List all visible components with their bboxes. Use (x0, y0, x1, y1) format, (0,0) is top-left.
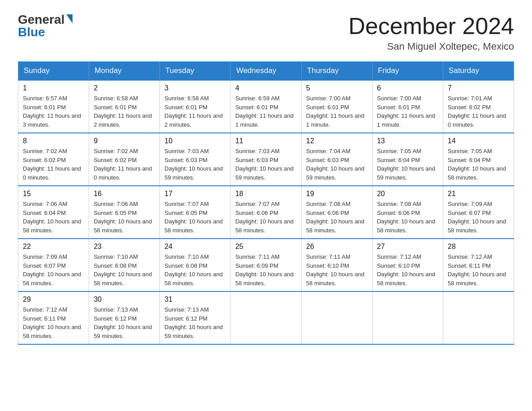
day-number: 19 (306, 190, 368, 198)
sunset-label: Sunset: 6:07 PM (448, 210, 491, 216)
day-number: 21 (448, 190, 509, 198)
day-number: 26 (306, 243, 368, 251)
daylight-label: Daylight: 10 hours and 59 minutes. (164, 165, 223, 181)
daylight-label: Daylight: 11 hours and 0 minutes. (23, 165, 81, 181)
sunrise-label: Sunrise: 6:58 AM (164, 95, 209, 102)
daylight-label: Daylight: 10 hours and 59 minutes. (94, 324, 152, 339)
day-number: 16 (94, 190, 155, 198)
day-info: Sunrise: 7:05 AM Sunset: 6:04 PM Dayligh… (377, 147, 438, 182)
calendar-day-cell (231, 291, 301, 344)
day-info: Sunrise: 7:04 AM Sunset: 6:03 PM Dayligh… (306, 147, 368, 182)
sunrise-label: Sunrise: 7:05 AM (448, 148, 492, 154)
logo-blue: Blue (18, 26, 45, 39)
day-number: 28 (448, 243, 509, 251)
sunrise-label: Sunrise: 7:01 AM (448, 95, 492, 102)
daylight-label: Daylight: 11 hours and 1 minute. (377, 112, 435, 128)
daylight-label: Daylight: 10 hours and 58 minutes. (164, 218, 223, 234)
day-info: Sunrise: 7:10 AM Sunset: 6:08 PM Dayligh… (164, 253, 226, 287)
calendar-day-cell: 26 Sunrise: 7:11 AM Sunset: 6:10 PM Dayl… (301, 239, 372, 291)
day-info: Sunrise: 7:09 AM Sunset: 6:07 PM Dayligh… (23, 253, 84, 287)
sunrise-label: Sunrise: 7:07 AM (235, 201, 279, 207)
day-info: Sunrise: 7:10 AM Sunset: 6:08 PM Dayligh… (94, 253, 155, 287)
calendar-day-cell: 16 Sunrise: 7:06 AM Sunset: 6:05 PM Dayl… (89, 186, 160, 239)
calendar-day-cell: 7 Sunrise: 7:01 AM Sunset: 6:02 PM Dayli… (443, 80, 514, 133)
weekday-header: Saturday (443, 62, 514, 81)
sunrise-label: Sunrise: 7:11 AM (235, 253, 279, 260)
calendar-day-cell: 9 Sunrise: 7:02 AM Sunset: 6:02 PM Dayli… (89, 133, 160, 186)
weekday-header: Tuesday (160, 62, 231, 81)
calendar-day-cell: 25 Sunrise: 7:11 AM Sunset: 6:09 PM Dayl… (231, 239, 301, 291)
day-info: Sunrise: 7:08 AM Sunset: 6:06 PM Dayligh… (306, 200, 368, 235)
calendar-day-cell: 30 Sunrise: 7:13 AM Sunset: 6:12 PM Dayl… (89, 291, 160, 344)
day-info: Sunrise: 7:13 AM Sunset: 6:12 PM Dayligh… (94, 305, 155, 340)
daylight-label: Daylight: 11 hours and 2 minutes. (94, 112, 152, 128)
weekday-header: Thursday (301, 62, 372, 81)
daylight-label: Daylight: 10 hours and 58 minutes. (23, 218, 81, 234)
daylight-label: Daylight: 10 hours and 58 minutes. (448, 271, 506, 287)
calendar-week-row: 15 Sunrise: 7:06 AM Sunset: 6:04 PM Dayl… (18, 186, 514, 239)
day-number: 4 (235, 84, 296, 92)
sunset-label: Sunset: 6:04 PM (377, 157, 420, 163)
calendar-day-cell: 13 Sunrise: 7:05 AM Sunset: 6:04 PM Dayl… (372, 133, 443, 186)
day-number: 12 (306, 137, 368, 145)
sunrise-label: Sunrise: 6:58 AM (94, 95, 138, 102)
calendar-day-cell: 5 Sunrise: 7:00 AM Sunset: 6:01 PM Dayli… (301, 80, 372, 133)
day-info: Sunrise: 7:07 AM Sunset: 6:06 PM Dayligh… (235, 200, 296, 235)
sunrise-label: Sunrise: 7:09 AM (23, 253, 67, 260)
day-info: Sunrise: 7:03 AM Sunset: 6:03 PM Dayligh… (164, 147, 226, 182)
sunset-label: Sunset: 6:10 PM (306, 262, 349, 269)
sunrise-label: Sunrise: 7:07 AM (164, 201, 209, 207)
daylight-label: Daylight: 10 hours and 58 minutes. (94, 271, 152, 287)
day-number: 22 (23, 243, 84, 251)
weekday-header: Sunday (18, 62, 89, 81)
day-info: Sunrise: 7:08 AM Sunset: 6:06 PM Dayligh… (377, 200, 438, 235)
sunrise-label: Sunrise: 7:11 AM (306, 253, 351, 260)
sunset-label: Sunset: 6:05 PM (164, 210, 207, 216)
day-info: Sunrise: 7:12 AM Sunset: 6:11 PM Dayligh… (448, 253, 509, 287)
daylight-label: Daylight: 10 hours and 58 minutes. (94, 218, 152, 234)
sunrise-label: Sunrise: 7:00 AM (377, 95, 421, 102)
sunrise-label: Sunrise: 7:02 AM (23, 148, 67, 154)
weekday-header: Wednesday (231, 62, 301, 81)
daylight-label: Daylight: 10 hours and 58 minutes. (377, 218, 435, 234)
calendar-week-row: 22 Sunrise: 7:09 AM Sunset: 6:07 PM Dayl… (18, 239, 514, 291)
day-info: Sunrise: 7:02 AM Sunset: 6:02 PM Dayligh… (23, 147, 84, 182)
sunset-label: Sunset: 6:09 PM (235, 262, 278, 269)
calendar-day-cell: 29 Sunrise: 7:12 AM Sunset: 6:11 PM Dayl… (18, 291, 89, 344)
sunrise-label: Sunrise: 7:02 AM (94, 148, 138, 154)
sunrise-label: Sunrise: 7:00 AM (306, 95, 351, 102)
day-info: Sunrise: 7:01 AM Sunset: 6:02 PM Dayligh… (448, 94, 509, 129)
sunset-label: Sunset: 6:06 PM (235, 210, 278, 216)
day-number: 18 (235, 190, 296, 198)
sunset-label: Sunset: 6:10 PM (377, 262, 420, 269)
day-number: 6 (377, 84, 438, 92)
sunset-label: Sunset: 6:06 PM (377, 210, 420, 216)
calendar-day-cell: 20 Sunrise: 7:08 AM Sunset: 6:06 PM Dayl… (372, 186, 443, 239)
day-info: Sunrise: 6:57 AM Sunset: 6:01 PM Dayligh… (23, 94, 84, 129)
sunset-label: Sunset: 6:02 PM (94, 157, 137, 163)
sunrise-label: Sunrise: 7:08 AM (377, 201, 421, 207)
calendar-day-cell: 2 Sunrise: 6:58 AM Sunset: 6:01 PM Dayli… (89, 80, 160, 133)
calendar-day-cell: 31 Sunrise: 7:13 AM Sunset: 6:12 PM Dayl… (160, 291, 231, 344)
sunset-label: Sunset: 6:04 PM (23, 210, 66, 216)
calendar-day-cell: 6 Sunrise: 7:00 AM Sunset: 6:01 PM Dayli… (372, 80, 443, 133)
day-number: 1 (23, 84, 84, 92)
calendar-day-cell: 18 Sunrise: 7:07 AM Sunset: 6:06 PM Dayl… (231, 186, 301, 239)
day-info: Sunrise: 7:00 AM Sunset: 6:01 PM Dayligh… (377, 94, 438, 129)
day-number: 23 (94, 243, 155, 251)
sunset-label: Sunset: 6:01 PM (23, 104, 66, 111)
calendar-day-cell (301, 291, 372, 344)
sunset-label: Sunset: 6:03 PM (235, 157, 278, 163)
weekday-header: Friday (372, 62, 443, 81)
calendar-week-row: 1 Sunrise: 6:57 AM Sunset: 6:01 PM Dayli… (18, 80, 514, 133)
calendar-day-cell: 11 Sunrise: 7:03 AM Sunset: 6:03 PM Dayl… (231, 133, 301, 186)
calendar-day-cell: 19 Sunrise: 7:08 AM Sunset: 6:06 PM Dayl… (301, 186, 372, 239)
day-info: Sunrise: 7:12 AM Sunset: 6:10 PM Dayligh… (377, 253, 438, 287)
calendar-day-cell: 1 Sunrise: 6:57 AM Sunset: 6:01 PM Dayli… (18, 80, 89, 133)
daylight-label: Daylight: 10 hours and 58 minutes. (164, 271, 223, 287)
sunset-label: Sunset: 6:03 PM (306, 157, 349, 163)
sunrise-label: Sunrise: 7:04 AM (306, 148, 351, 154)
calendar-day-cell: 10 Sunrise: 7:03 AM Sunset: 6:03 PM Dayl… (160, 133, 231, 186)
sunset-label: Sunset: 6:05 PM (94, 210, 137, 216)
day-info: Sunrise: 6:58 AM Sunset: 6:01 PM Dayligh… (164, 94, 226, 129)
